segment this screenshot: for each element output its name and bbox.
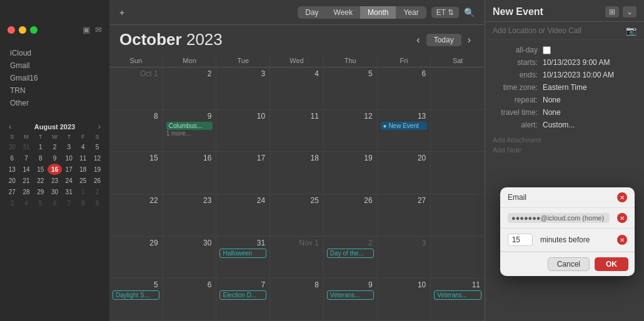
mini-cell[interactable]: 7 xyxy=(62,197,76,209)
timezone-selector[interactable]: ET ⇅ xyxy=(431,7,459,18)
cal-cell[interactable]: 3 xyxy=(378,237,431,279)
repeat-value[interactable]: None xyxy=(543,96,561,104)
view-day-btn[interactable]: Day xyxy=(298,6,326,19)
cal-cell[interactable]: 8 xyxy=(270,279,324,321)
sidebar-item-gmail[interactable]: Gmail xyxy=(0,59,109,72)
cal-cell[interactable]: 13 ● New Event xyxy=(378,110,431,152)
mini-cell[interactable]: 3 xyxy=(5,197,19,209)
mini-cell[interactable]: 6 xyxy=(5,152,19,164)
cal-next-btn[interactable]: › xyxy=(464,33,475,47)
cal-cell[interactable]: 6 xyxy=(163,279,217,321)
cal-cell[interactable]: 10 xyxy=(216,110,270,152)
location-placeholder[interactable]: Add Location or Video Call xyxy=(493,26,622,35)
mini-cal-next-btn[interactable]: › xyxy=(96,122,103,131)
mini-cell[interactable]: 1 xyxy=(76,186,91,197)
cal-prev-btn[interactable]: ‹ xyxy=(413,33,423,47)
cal-cell[interactable]: 29 xyxy=(109,237,163,279)
mini-cell[interactable]: 22 xyxy=(33,175,48,186)
search-btn[interactable]: 🔍 xyxy=(464,7,475,17)
fullscreen-window-btn[interactable] xyxy=(30,26,38,34)
mini-cell[interactable]: 2 xyxy=(90,186,104,197)
cal-cell[interactable] xyxy=(431,152,485,194)
cal-cell[interactable]: 5 xyxy=(324,67,378,110)
cal-cell[interactable] xyxy=(431,237,485,279)
mini-cell[interactable]: 8 xyxy=(76,197,91,209)
mini-cell[interactable]: 26 xyxy=(90,175,104,186)
event-chip-veterans1[interactable]: Veterans... xyxy=(327,290,374,300)
starts-value[interactable]: 10/13/2023 9:00 AM xyxy=(543,58,610,67)
mini-cell[interactable]: 10 xyxy=(62,152,76,164)
cal-cell[interactable]: 7 Election D... xyxy=(216,279,270,321)
view-week-btn[interactable]: Week xyxy=(326,6,360,19)
cal-cell[interactable]: 26 xyxy=(324,194,378,237)
cal-cell[interactable]: 31 Halloween xyxy=(216,237,270,279)
ends-value[interactable]: 10/13/2023 10:00 AM xyxy=(543,71,614,79)
cal-cell[interactable]: 20 xyxy=(378,152,431,194)
mini-cell[interactable]: 19 xyxy=(90,164,104,175)
cal-cell[interactable] xyxy=(431,194,485,237)
view-year-btn[interactable]: Year xyxy=(396,6,426,19)
event-chip-daylight[interactable]: Daylight S... xyxy=(113,290,159,300)
video-call-btn[interactable]: 📷 xyxy=(626,26,636,36)
mini-cell[interactable]: 31 xyxy=(19,141,34,152)
dialog-minutes-input[interactable] xyxy=(508,234,533,246)
dialog-ok-btn[interactable]: OK xyxy=(595,257,628,271)
cal-cell[interactable]: 30 xyxy=(163,237,217,279)
mini-cell[interactable]: 12 xyxy=(90,152,104,164)
mini-cell[interactable]: 7 xyxy=(19,152,34,164)
cal-cell[interactable]: 8 xyxy=(109,110,163,152)
timezone-field-value[interactable]: Eastern Time xyxy=(543,83,587,92)
add-note-row[interactable]: Add Note xyxy=(485,145,644,155)
view-month-btn[interactable]: Month xyxy=(360,6,396,19)
mini-cell[interactable]: 11 xyxy=(76,152,91,164)
mini-cell[interactable]: 24 xyxy=(62,175,76,186)
travel-value[interactable]: None xyxy=(543,108,561,117)
mini-cell[interactable]: 30 xyxy=(5,141,19,152)
dialog-email-field[interactable]: ●●●●●●●@icloud.com (home) xyxy=(508,213,610,223)
cal-cell[interactable]: 23 xyxy=(163,194,217,237)
mini-cell[interactable]: 18 xyxy=(76,164,91,175)
cal-cell[interactable]: 2 Day of the... xyxy=(324,237,378,279)
cal-cell[interactable]: 24 xyxy=(216,194,270,237)
sidebar-item-trn[interactable]: TRN xyxy=(0,84,109,97)
cal-cell[interactable]: 12 xyxy=(324,110,378,152)
mini-cell[interactable]: 27 xyxy=(5,186,19,197)
cal-cell[interactable]: Nov 1 xyxy=(270,237,324,279)
mini-cell[interactable]: 21 xyxy=(19,175,34,186)
dialog-close-btn[interactable]: ✕ xyxy=(617,192,627,202)
dialog-cancel-btn[interactable]: Cancel xyxy=(548,257,590,271)
mini-cell[interactable]: 1 xyxy=(33,141,48,152)
event-chip-day-of-the[interactable]: Day of the... xyxy=(327,249,374,258)
event-chip[interactable]: Columbus... xyxy=(166,122,213,130)
event-chip-election[interactable]: Election D... xyxy=(219,290,266,300)
mini-cal-prev-btn[interactable]: ‹ xyxy=(6,122,14,131)
cal-cell[interactable]: 19 xyxy=(324,152,378,194)
event-chip-veterans2[interactable]: Veterans... xyxy=(434,290,481,300)
cal-cell[interactable]: 27 xyxy=(378,194,431,237)
cal-cell[interactable]: 6 xyxy=(378,67,431,110)
mini-cell[interactable]: 8 xyxy=(33,152,48,164)
mini-cell-today[interactable]: 16 xyxy=(48,164,62,175)
add-attachment-row[interactable]: Add Attachment xyxy=(485,135,644,145)
mini-cell[interactable]: 6 xyxy=(48,197,62,209)
add-event-btn[interactable]: + xyxy=(119,7,124,17)
cal-cell[interactable]: 25 xyxy=(270,194,324,237)
cal-cell[interactable]: 11 Veterans... xyxy=(431,279,485,321)
cal-cell[interactable]: 2 xyxy=(163,67,217,110)
cal-cell[interactable]: 15 xyxy=(109,152,163,194)
mini-cell[interactable]: 28 xyxy=(19,186,34,197)
mini-cell[interactable]: 31 xyxy=(62,186,76,197)
sidebar-item-other[interactable]: Other xyxy=(0,97,109,109)
mini-cell[interactable]: 5 xyxy=(33,197,48,209)
all-day-checkbox[interactable] xyxy=(543,46,551,54)
mini-cell[interactable]: 4 xyxy=(19,197,34,209)
event-chip-halloween[interactable]: Halloween xyxy=(219,249,266,258)
mini-cell[interactable]: 14 xyxy=(19,164,34,175)
mini-cell[interactable]: 4 xyxy=(76,141,91,152)
cal-cell[interactable]: 5 Daylight S... xyxy=(109,279,163,321)
cal-cell[interactable]: 9 Columbus... 1 more... xyxy=(163,110,217,152)
mini-cell[interactable]: 23 xyxy=(48,175,62,186)
mini-cell[interactable]: 25 xyxy=(76,175,91,186)
cal-cell[interactable]: 22 xyxy=(109,194,163,237)
mini-cell[interactable]: 15 xyxy=(33,164,48,175)
